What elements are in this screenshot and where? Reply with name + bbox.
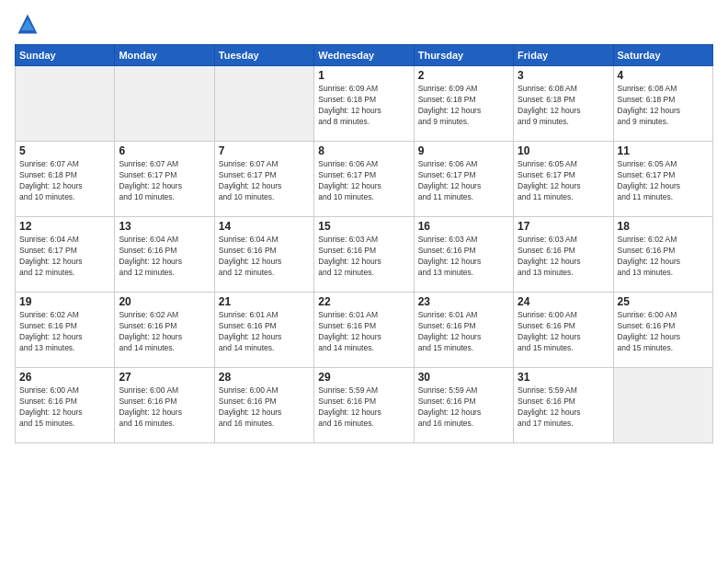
cell-text: Sunrise: 6:06 AMSunset: 6:17 PMDaylight:… [418, 159, 509, 203]
calendar-cell: 21Sunrise: 6:01 AMSunset: 6:16 PMDayligh… [214, 293, 313, 368]
day-number: 7 [219, 144, 310, 157]
header [15, 11, 713, 37]
calendar-cell [16, 66, 115, 142]
calendar-cell: 17Sunrise: 6:03 AMSunset: 6:16 PMDayligh… [514, 217, 613, 293]
calendar-cell: 4Sunrise: 6:08 AMSunset: 6:18 PMDaylight… [613, 66, 712, 142]
logo-icon [15, 11, 40, 37]
day-number: 19 [19, 295, 110, 308]
cell-text: Sunrise: 6:03 AMSunset: 6:16 PMDaylight:… [318, 235, 409, 279]
day-header-wednesday: Wednesday [314, 45, 414, 66]
week-row-3: 19Sunrise: 6:02 AMSunset: 6:16 PMDayligh… [16, 293, 713, 368]
day-number: 2 [418, 69, 509, 82]
cell-text: Sunrise: 6:02 AMSunset: 6:16 PMDaylight:… [119, 310, 210, 354]
calendar-cell [613, 368, 712, 443]
day-number: 30 [418, 371, 509, 384]
cell-text: Sunrise: 6:08 AMSunset: 6:18 PMDaylight:… [518, 84, 609, 128]
cell-text: Sunrise: 6:07 AMSunset: 6:18 PMDaylight:… [19, 159, 110, 203]
calendar-cell: 25Sunrise: 6:00 AMSunset: 6:16 PMDayligh… [613, 293, 712, 368]
day-number: 21 [219, 295, 310, 308]
day-number: 16 [418, 220, 509, 233]
calendar-cell [214, 66, 313, 142]
calendar-cell: 12Sunrise: 6:04 AMSunset: 6:17 PMDayligh… [16, 217, 115, 293]
calendar-cell: 19Sunrise: 6:02 AMSunset: 6:16 PMDayligh… [16, 293, 115, 368]
cell-text: Sunrise: 6:05 AMSunset: 6:17 PMDaylight:… [518, 159, 609, 203]
cell-text: Sunrise: 6:07 AMSunset: 6:17 PMDaylight:… [119, 159, 210, 203]
day-header-saturday: Saturday [613, 45, 712, 66]
calendar-cell: 5Sunrise: 6:07 AMSunset: 6:18 PMDaylight… [16, 142, 115, 217]
day-number: 4 [618, 69, 709, 82]
day-number: 13 [119, 220, 210, 233]
cell-text: Sunrise: 6:09 AMSunset: 6:18 PMDaylight:… [418, 84, 509, 128]
calendar: SundayMondayTuesdayWednesdayThursdayFrid… [15, 44, 713, 443]
day-number: 14 [219, 220, 310, 233]
page: SundayMondayTuesdayWednesdayThursdayFrid… [0, 0, 728, 563]
week-row-0: 1Sunrise: 6:09 AMSunset: 6:18 PMDaylight… [16, 66, 713, 142]
calendar-cell: 15Sunrise: 6:03 AMSunset: 6:16 PMDayligh… [314, 217, 414, 293]
day-number: 10 [518, 144, 609, 157]
day-header-tuesday: Tuesday [214, 45, 313, 66]
day-header-sunday: Sunday [16, 45, 115, 66]
day-number: 28 [219, 371, 310, 384]
cell-text: Sunrise: 5:59 AMSunset: 6:16 PMDaylight:… [418, 385, 509, 430]
day-number: 29 [318, 371, 409, 384]
calendar-cell: 28Sunrise: 6:00 AMSunset: 6:16 PMDayligh… [214, 368, 313, 443]
cell-text: Sunrise: 6:00 AMSunset: 6:16 PMDaylight:… [219, 385, 310, 430]
cell-text: Sunrise: 6:00 AMSunset: 6:16 PMDaylight:… [618, 310, 709, 354]
cell-text: Sunrise: 6:07 AMSunset: 6:17 PMDaylight:… [219, 159, 310, 203]
calendar-cell: 16Sunrise: 6:03 AMSunset: 6:16 PMDayligh… [414, 217, 513, 293]
calendar-cell: 9Sunrise: 6:06 AMSunset: 6:17 PMDaylight… [414, 142, 513, 217]
calendar-cell: 27Sunrise: 6:00 AMSunset: 6:16 PMDayligh… [115, 368, 214, 443]
calendar-cell: 11Sunrise: 6:05 AMSunset: 6:17 PMDayligh… [613, 142, 712, 217]
calendar-cell: 26Sunrise: 6:00 AMSunset: 6:16 PMDayligh… [16, 368, 115, 443]
day-number: 3 [518, 69, 609, 82]
calendar-cell: 14Sunrise: 6:04 AMSunset: 6:16 PMDayligh… [214, 217, 313, 293]
day-number: 6 [119, 144, 210, 157]
cell-text: Sunrise: 6:02 AMSunset: 6:16 PMDaylight:… [618, 235, 709, 279]
week-row-4: 26Sunrise: 6:00 AMSunset: 6:16 PMDayligh… [16, 368, 713, 443]
day-number: 18 [618, 220, 709, 233]
day-number: 5 [19, 144, 110, 157]
day-number: 22 [318, 295, 409, 308]
calendar-cell: 3Sunrise: 6:08 AMSunset: 6:18 PMDaylight… [514, 66, 613, 142]
day-number: 27 [119, 371, 210, 384]
calendar-cell: 18Sunrise: 6:02 AMSunset: 6:16 PMDayligh… [613, 217, 712, 293]
day-number: 17 [518, 220, 609, 233]
cell-text: Sunrise: 6:06 AMSunset: 6:17 PMDaylight:… [318, 159, 409, 203]
day-header-monday: Monday [115, 45, 214, 66]
calendar-header-row: SundayMondayTuesdayWednesdayThursdayFrid… [16, 45, 713, 66]
day-number: 8 [318, 144, 409, 157]
calendar-cell: 13Sunrise: 6:04 AMSunset: 6:16 PMDayligh… [115, 217, 214, 293]
day-number: 25 [618, 295, 709, 308]
calendar-cell: 20Sunrise: 6:02 AMSunset: 6:16 PMDayligh… [115, 293, 214, 368]
cell-text: Sunrise: 6:00 AMSunset: 6:16 PMDaylight:… [518, 310, 609, 354]
calendar-cell: 1Sunrise: 6:09 AMSunset: 6:18 PMDaylight… [314, 66, 414, 142]
cell-text: Sunrise: 6:05 AMSunset: 6:17 PMDaylight:… [618, 159, 709, 203]
cell-text: Sunrise: 6:04 AMSunset: 6:16 PMDaylight:… [119, 235, 210, 279]
cell-text: Sunrise: 6:04 AMSunset: 6:17 PMDaylight:… [19, 235, 110, 279]
calendar-cell: 6Sunrise: 6:07 AMSunset: 6:17 PMDaylight… [115, 142, 214, 217]
calendar-cell: 2Sunrise: 6:09 AMSunset: 6:18 PMDaylight… [414, 66, 513, 142]
cell-text: Sunrise: 6:08 AMSunset: 6:18 PMDaylight:… [618, 84, 709, 128]
day-number: 1 [318, 69, 409, 82]
week-row-1: 5Sunrise: 6:07 AMSunset: 6:18 PMDaylight… [16, 142, 713, 217]
cell-text: Sunrise: 6:01 AMSunset: 6:16 PMDaylight:… [418, 310, 509, 354]
calendar-cell: 30Sunrise: 5:59 AMSunset: 6:16 PMDayligh… [414, 368, 513, 443]
cell-text: Sunrise: 6:09 AMSunset: 6:18 PMDaylight:… [318, 84, 409, 128]
cell-text: Sunrise: 5:59 AMSunset: 6:16 PMDaylight:… [518, 385, 609, 430]
day-number: 26 [19, 371, 110, 384]
week-row-2: 12Sunrise: 6:04 AMSunset: 6:17 PMDayligh… [16, 217, 713, 293]
cell-text: Sunrise: 5:59 AMSunset: 6:16 PMDaylight:… [318, 385, 409, 430]
cell-text: Sunrise: 6:00 AMSunset: 6:16 PMDaylight:… [119, 385, 210, 430]
day-number: 23 [418, 295, 509, 308]
calendar-cell: 10Sunrise: 6:05 AMSunset: 6:17 PMDayligh… [514, 142, 613, 217]
calendar-cell: 22Sunrise: 6:01 AMSunset: 6:16 PMDayligh… [314, 293, 414, 368]
logo [15, 11, 44, 37]
day-number: 9 [418, 144, 509, 157]
day-number: 11 [618, 144, 709, 157]
day-header-thursday: Thursday [414, 45, 513, 66]
cell-text: Sunrise: 6:01 AMSunset: 6:16 PMDaylight:… [318, 310, 409, 354]
calendar-cell: 24Sunrise: 6:00 AMSunset: 6:16 PMDayligh… [514, 293, 613, 368]
day-number: 24 [518, 295, 609, 308]
day-number: 20 [119, 295, 210, 308]
cell-text: Sunrise: 6:01 AMSunset: 6:16 PMDaylight:… [219, 310, 310, 354]
